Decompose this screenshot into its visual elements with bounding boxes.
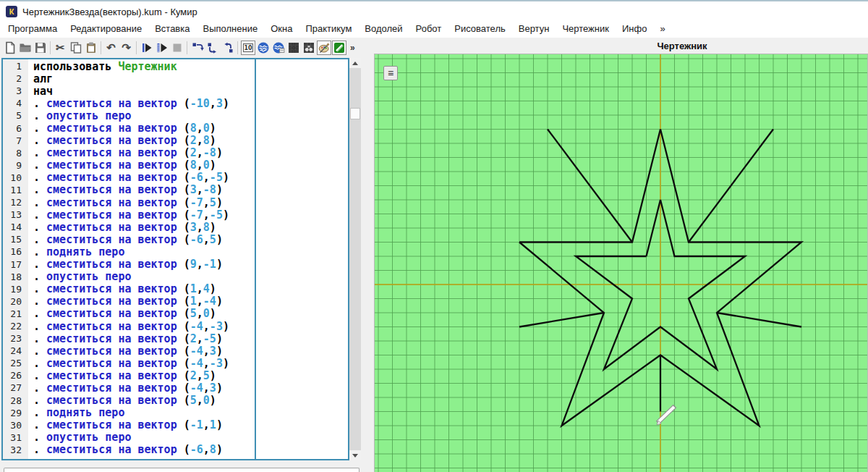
draw-tools-icon[interactable] [317, 41, 331, 55]
cut-icon[interactable]: ✂ [54, 41, 68, 55]
code-text: . сместиться на вектор (2,-5) [33, 332, 223, 345]
line-number: 7 [3, 135, 25, 146]
code-text: . сместиться на вектор (-1,1) [33, 418, 223, 431]
menu-item-chertezhnik[interactable]: Чертежник [556, 20, 616, 38]
code-line[interactable]: 28. сместиться на вектор (5,0) [3, 395, 252, 407]
code-line[interactable]: 17. сместиться на вектор (9,-1) [3, 258, 252, 271]
code-line[interactable]: 20. сместиться на вектор (1,-4) [3, 295, 252, 308]
code-line[interactable]: 26. сместиться на вектор (2,5) [3, 369, 252, 382]
code-line[interactable]: 24. сместиться на вектор (-4,3) [3, 345, 252, 357]
code-line[interactable]: 7. сместиться на вектор (2,8) [3, 135, 252, 147]
io-values-icon[interactable]: 10 [241, 41, 255, 55]
code-line[interactable]: 18. опустить перо [3, 271, 252, 283]
run-continue-icon[interactable] [140, 41, 154, 55]
code-text: . сместиться на вектор (-7,-5) [33, 208, 229, 222]
line-number: 5 [3, 110, 25, 121]
editor-scrollbar[interactable] [349, 58, 361, 460]
undo-icon[interactable]: ↶ [104, 41, 119, 55]
save-icon[interactable] [33, 41, 48, 55]
code-line[interactable]: 21. сместиться на вектор (5,0) [3, 308, 252, 320]
code-line[interactable]: 8. сместиться на вектор (2,-8) [3, 147, 252, 159]
code-line[interactable]: 32. сместиться на вектор (-6,8) [3, 444, 252, 456]
menu-item-program[interactable]: Программа [1, 20, 64, 38]
code-line[interactable]: 6. сместиться на вектор (8,0) [3, 122, 252, 134]
code-line[interactable]: 15. сместиться на вектор (-6,5) [3, 233, 252, 245]
open-folder-icon[interactable] [18, 41, 33, 55]
menu-item-vodoley[interactable]: Водолей [358, 20, 409, 38]
paste-icon[interactable] [84, 41, 98, 55]
line-number: 13 [3, 209, 25, 220]
menu-item-practicum[interactable]: Практикум [299, 20, 358, 38]
code-text: . сместиться на вектор (-6,5) [33, 233, 223, 246]
code-line[interactable]: 27. сместиться на вектор (-4,3) [3, 382, 252, 394]
step-over-icon[interactable] [190, 41, 205, 55]
vodoley-icon[interactable] [256, 41, 271, 55]
stop-icon[interactable] [170, 41, 184, 55]
code-line[interactable]: 25. сместиться на вектор (-4,-3) [3, 357, 252, 369]
code-line[interactable]: 2алг [3, 72, 252, 85]
code-line[interactable]: 1использовать Чертежник [3, 60, 252, 72]
pen-cursor-icon [657, 406, 675, 425]
code-line[interactable]: 19. сместиться на вектор (1,4) [3, 283, 252, 295]
code-text: . опустить перо [33, 431, 131, 444]
copy-icon[interactable] [69, 41, 83, 55]
canvas-menu-button[interactable]: ≡ [383, 66, 398, 80]
code-line[interactable]: 12. сместиться на вектор (-7,5) [3, 196, 252, 208]
toolbar-overflow-button[interactable]: » [350, 43, 355, 53]
chertezhnik-window-icon[interactable] [332, 41, 346, 55]
code-line[interactable]: 30. сместиться на вектор (-1,1) [3, 419, 252, 431]
step-into-icon[interactable] [205, 41, 220, 55]
line-number: 29 [3, 408, 25, 418]
line-number: 17 [3, 259, 25, 270]
code-text: . сместиться на вектор (-4,3) [33, 382, 223, 395]
line-number: 23 [3, 333, 25, 344]
code-line[interactable]: 22. сместиться на вектор (-4,-3) [3, 320, 252, 332]
menu-item-execution[interactable]: Выполнение [196, 20, 264, 38]
menu-item-windows[interactable]: Окна [264, 20, 299, 38]
menu-bar: ПрограммаРедактированиеВставкаВыполнение… [0, 20, 868, 38]
code-line[interactable]: 4. сместиться на вектор (-10,3) [3, 97, 252, 109]
editor-margin-divider [255, 59, 256, 459]
robot-tasks-icon[interactable] [302, 41, 316, 55]
line-number: 25 [3, 358, 25, 368]
scroll-down-arrow-icon[interactable] [349, 450, 361, 460]
code-editor[interactable]: 1использовать Чертежник2алг3нач4. смести… [1, 58, 349, 460]
menu-item-editing[interactable]: Редактирование [64, 20, 148, 38]
code-line[interactable]: 23. сместиться на вектор (2,-5) [3, 332, 252, 345]
vodoley-tasks-icon[interactable] [271, 41, 286, 55]
menu-item-info[interactable]: Инфо [616, 20, 653, 38]
code-line[interactable]: 11. сместиться на вектор (3,-8) [3, 184, 252, 196]
io-console-panel[interactable] [4, 468, 359, 472]
new-file-icon[interactable] [3, 41, 17, 55]
line-number: 10 [3, 172, 25, 183]
menu-item-more[interactable]: » [653, 20, 671, 38]
code-line[interactable]: 9. сместиться на вектор (8,0) [3, 159, 252, 172]
code-text: . сместиться на вектор (-6,-5) [33, 171, 229, 184]
menu-item-risovatel[interactable]: Рисователь [448, 20, 511, 38]
code-line[interactable]: 10. сместиться на вектор (-6,-5) [3, 172, 252, 184]
menu-item-vertun[interactable]: Вертун [512, 20, 556, 38]
code-line[interactable]: 16. поднять перо [3, 245, 252, 258]
line-number: 33 [3, 457, 25, 460]
line-number: 27 [3, 382, 25, 393]
code-text: . сместиться на вектор (5,0) [33, 307, 216, 320]
code-line[interactable]: 31. опустить перо [3, 431, 252, 444]
robot-field-icon[interactable] [286, 41, 301, 55]
code-line[interactable]: 3нач [3, 85, 252, 97]
code-line[interactable]: 5. опустить перо [3, 109, 252, 122]
toolbar-separator [136, 41, 137, 54]
scrollbar-thumb[interactable] [350, 108, 360, 119]
code-line[interactable]: 14. сместиться на вектор (3,8) [3, 221, 252, 233]
code-line[interactable]: 33 [3, 456, 252, 460]
code-line[interactable]: 13. сместиться на вектор (-7,-5) [3, 208, 252, 221]
line-number: 15 [3, 234, 25, 245]
run-steps-icon[interactable] [155, 41, 169, 55]
menu-item-insert[interactable]: Вставка [148, 20, 196, 38]
redo-icon[interactable]: ↷ [119, 41, 134, 55]
menu-item-robot[interactable]: Робот [409, 20, 448, 38]
line-number: 18 [3, 271, 25, 282]
step-out-icon[interactable] [221, 41, 235, 55]
code-text: . сместиться на вектор (3,8) [33, 221, 216, 234]
scroll-up-arrow-icon[interactable] [349, 58, 361, 68]
code-line[interactable]: 29. поднять перо [3, 407, 252, 419]
